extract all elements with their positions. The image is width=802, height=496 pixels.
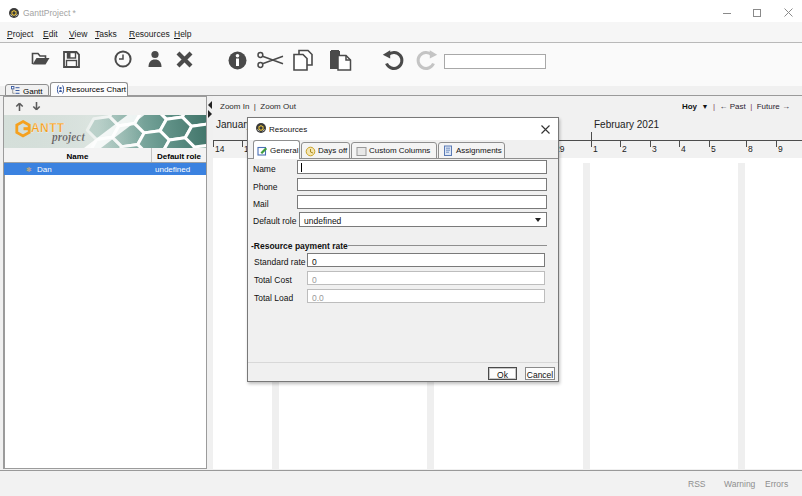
svg-text:project: project <box>51 131 85 144</box>
